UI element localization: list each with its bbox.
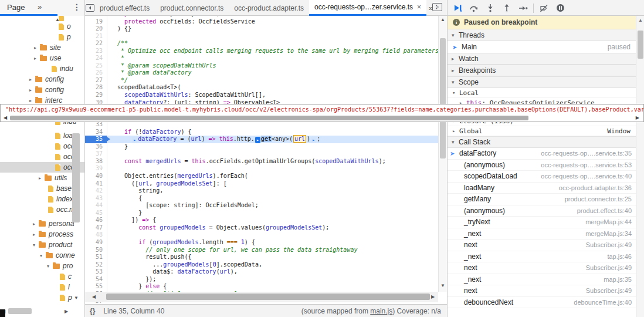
code-line-50[interactable]: 50 // only one scope for url, we can pas… <box>85 247 438 254</box>
navigator-more-tabs-icon[interactable]: » <box>38 2 42 11</box>
popup-scroll-right-icon[interactable]: ▶ <box>636 115 639 120</box>
code-line-25[interactable]: 25 * @param scopedDataWithUrls <box>85 62 438 70</box>
sidebar-vertical-scrollbar[interactable] <box>72 133 80 222</box>
code-line-46[interactable]: 46 ]) => { <box>85 217 438 224</box>
code-line-24[interactable]: 24 * <box>85 55 438 62</box>
tree-file-i[interactable]: i <box>0 282 84 292</box>
editor-vertical-scrollbar[interactable]: ▲ ▼ <box>438 16 447 292</box>
code-line-20[interactable]: 20 ) {} <box>85 25 438 33</box>
line-number[interactable]: 33 <box>85 121 107 129</box>
editor-scroll-right-icon[interactable]: ▶ <box>431 294 435 299</box>
sidebar-scroll-down-icon[interactable]: ▼ <box>74 295 79 301</box>
code-line-53[interactable]: 53 data$: dataFactory(url), <box>85 268 438 276</box>
code-line-39[interactable]: 39 <box>85 165 438 173</box>
call-stack-frame-next[interactable]: nextSubscriber.js:49 <box>448 262 636 274</box>
toggle-navigator-icon[interactable] <box>86 0 94 16</box>
tab-product.effect.ts[interactable]: product.effect.ts <box>94 0 155 16</box>
code-line-23[interactable]: 23 * Optimize occ endpoint calls merging… <box>85 48 438 55</box>
tree-file-item[interactable] <box>0 16 84 21</box>
line-number[interactable]: 39 <box>85 165 107 173</box>
chevron-down-icon[interactable]: ▾ <box>452 90 459 96</box>
line-number[interactable]: 53 <box>85 268 107 276</box>
code-line-33[interactable]: 33 <box>85 121 438 129</box>
tab-product.connector.ts[interactable]: product.connector.ts <box>155 0 229 16</box>
line-number[interactable]: 19 <box>85 18 107 26</box>
popup-scrollbar-thumb[interactable] <box>10 116 528 120</box>
line-number[interactable]: 42 <box>85 187 107 195</box>
call-stack-frame-scopedDataLoad[interactable]: scopedDataLoadocc-requests-op….service.t… <box>448 171 636 183</box>
pause-on-exceptions-icon[interactable] <box>552 1 568 15</box>
code-line-34[interactable]: 34 if (!dataFactory) { <box>85 129 438 136</box>
line-number[interactable]: 50 <box>85 247 107 254</box>
tree-folder-site[interactable]: ▸site <box>0 42 84 53</box>
line-number[interactable]: 41 <box>85 180 107 188</box>
code-line-44[interactable]: 44 [scope: string]: OccFieldsModel; <box>85 202 438 210</box>
sidebar-scroll-up-icon[interactable]: ▲ <box>55 17 60 22</box>
editor-scroll-left-icon[interactable]: ◀ <box>92 294 96 299</box>
editor-horizontal-scrollbar[interactable]: ◀ ▶ <box>85 292 438 302</box>
watch-section-header[interactable]: ▸ Watch <box>448 53 636 65</box>
call-stack-frame-getMany[interactable]: getManyproduct.connector.ts:25 <box>448 194 636 205</box>
navigator-menu-icon[interactable]: ⋮ <box>73 2 81 12</box>
source-editor[interactable]: 18 protected http: HttpClient,19 protect… <box>85 16 447 304</box>
source-map-link[interactable]: main.js <box>370 307 392 315</box>
tree-file-o[interactable]: o <box>0 21 84 32</box>
popup-scroll-left-icon[interactable]: ◀ <box>4 115 7 120</box>
line-number[interactable]: 43 <box>85 195 107 203</box>
line-number[interactable]: 21 <box>85 33 107 41</box>
tree-file-indu[interactable]: indu <box>0 63 84 74</box>
call-stack-frame-(anonymous)[interactable]: (anonymous)product.effect.ts:40 <box>448 205 636 217</box>
tree-folder-use[interactable]: ▸use <box>0 53 84 63</box>
code-line-26[interactable]: 26 * @param dataFactory <box>85 69 438 77</box>
line-number[interactable]: 49 <box>85 239 107 247</box>
deactivate-breakpoints-icon[interactable] <box>535 1 552 15</box>
debugger-panel-scrollbar[interactable]: ▲ <box>636 16 644 317</box>
tree-folder-pro[interactable]: ▾pro <box>0 261 84 271</box>
call-stack-frame-next[interactable]: nextSubscriber.js:49 <box>448 240 636 251</box>
chevron-right-icon[interactable]: ▸ <box>29 77 35 82</box>
editor-horizontal-scrollbar-thumb[interactable] <box>106 294 430 300</box>
call-stack-frame-dataFactory[interactable]: ➤dataFactoryocc-requests-op….service.ts:… <box>448 148 636 160</box>
call-stack-frame-debouncedNext[interactable]: debouncedNextdebounceTime.js:40 <box>448 297 636 309</box>
call-stack-frame-_next[interactable]: _nextmap.js:35 <box>448 274 636 286</box>
line-number[interactable]: 24 <box>85 55 107 62</box>
line-number[interactable]: 25 <box>85 62 107 70</box>
code-line-54[interactable]: 54 }); <box>85 276 438 284</box>
editor-vertical-scrollbar-thumb[interactable] <box>440 38 446 158</box>
tree-folder-config[interactable]: ▸config <box>0 85 84 95</box>
tab-occ-requests-op…zer.service.ts[interactable]: occ-requests-op…zer.service.ts× <box>309 0 426 16</box>
tree-file-p[interactable]: p <box>0 32 84 42</box>
scope-section-header[interactable]: ▾ Scope <box>448 76 636 88</box>
line-number[interactable]: 45 <box>85 210 107 217</box>
step-icon[interactable] <box>515 1 531 15</box>
tree-folder-product[interactable]: ▾product <box>0 240 84 250</box>
code-line-45[interactable]: 45 } <box>85 210 438 217</box>
tree-folder-process[interactable]: ▸process <box>0 229 84 240</box>
code-line-22[interactable]: 22 /** <box>85 40 438 48</box>
line-number[interactable]: 46 <box>85 217 107 224</box>
step-over-icon[interactable] <box>466 1 482 15</box>
code-line-43[interactable]: 43 { <box>85 195 438 203</box>
line-number[interactable]: 36 <box>85 143 107 151</box>
chevron-right-icon[interactable]: ▸ <box>34 45 40 50</box>
line-number[interactable]: 20 <box>85 25 107 33</box>
line-number[interactable]: 22 <box>85 40 107 48</box>
chevron-down-icon[interactable]: ▾ <box>47 264 53 269</box>
chevron-down-icon[interactable]: ▾ <box>40 253 46 258</box>
code-line-48[interactable]: 48 <box>85 231 438 239</box>
call-stack-frame-loadMany[interactable]: loadManyocc-product.adapter.ts:36 <box>448 183 636 194</box>
resume-icon[interactable] <box>449 1 466 15</box>
code-line-51[interactable]: 51 result.push({ <box>85 254 438 261</box>
code-line-40[interactable]: 40 Object.entries(mergedUrls).forEach( <box>85 173 438 180</box>
line-number[interactable]: 35 <box>85 136 107 143</box>
tree-file-c[interactable]: c <box>0 271 84 282</box>
chevron-right-icon[interactable]: ▸ <box>33 221 39 227</box>
line-number[interactable]: 29 <box>85 92 107 99</box>
code-line-52[interactable]: 52 ...groupedModels[0].scopedData, <box>85 261 438 269</box>
code-line-27[interactable]: 27 */ <box>85 77 438 85</box>
line-number[interactable]: 51 <box>85 254 107 261</box>
editor-scroll-down-icon[interactable]: ▼ <box>440 283 445 288</box>
inline-step-marker-icon[interactable]: ▸ <box>255 137 260 143</box>
chevron-right-icon[interactable]: ▸ <box>33 232 39 237</box>
toggle-debugger-icon[interactable] <box>432 3 444 12</box>
